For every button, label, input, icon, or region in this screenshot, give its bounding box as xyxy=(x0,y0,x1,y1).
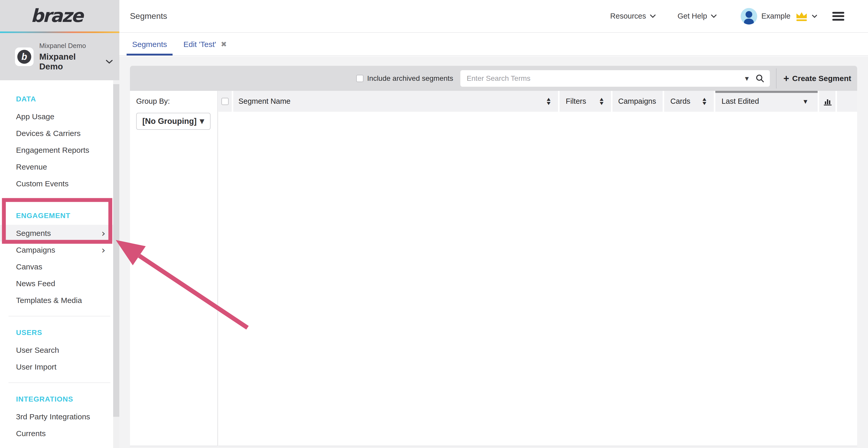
sidebar-item-label: Campaigns xyxy=(16,246,55,254)
sidebar-item-label: Revenue xyxy=(16,163,47,171)
workspace-selector[interactable]: b Mixpanel Demo Mixpanel Demo xyxy=(0,33,113,80)
chevron-right-icon: › xyxy=(101,245,105,255)
create-segment-label: Create Segment xyxy=(792,74,851,83)
sort-desc-icon[interactable]: ▼ xyxy=(803,99,807,104)
sidebar-section-integrations: INTEGRATIONS xyxy=(0,390,113,408)
sidebar-item-label: Canvas xyxy=(16,263,42,271)
column-segment-name[interactable]: Segment Name ▲▼ xyxy=(233,91,558,112)
workspace-text: Mixpanel Demo Mixpanel Demo xyxy=(39,42,113,71)
resources-menu[interactable]: Resources xyxy=(610,12,656,21)
braze-logo-area: braze xyxy=(0,0,113,32)
active-sort-indicator xyxy=(715,91,817,93)
nav-section-divider xyxy=(0,309,113,323)
sidebar-section-data: DATA xyxy=(0,90,113,108)
sidebar-nav: DATA App Usage Devices & Carriers Engage… xyxy=(0,80,113,448)
sidebar-item-devices-carriers[interactable]: Devices & Carriers xyxy=(0,125,113,142)
sidebar-item-label: App Usage xyxy=(16,112,54,121)
chevron-right-icon: › xyxy=(101,229,105,238)
sidebar-item-label: Templates & Media xyxy=(16,296,82,305)
hamburger-menu-icon[interactable] xyxy=(832,12,844,21)
column-label: Segment Name xyxy=(239,97,291,106)
select-all-checkbox[interactable] xyxy=(221,98,228,105)
bar-chart-icon xyxy=(822,96,833,107)
content-area: Include archived segments ▼ + Create Seg… xyxy=(119,57,868,448)
close-icon[interactable]: ✖ xyxy=(221,41,227,48)
sidebar-item-canvas[interactable]: Canvas xyxy=(0,258,113,275)
group-by-value: [No Grouping] xyxy=(142,117,196,126)
main-area: Segments Resources Get Help xyxy=(119,0,868,448)
search-icon[interactable] xyxy=(755,74,765,83)
top-bar-right: Resources Get Help xyxy=(610,8,868,25)
include-archived-checkbox[interactable] xyxy=(356,75,364,82)
nav-spacer xyxy=(0,192,113,207)
search-input[interactable] xyxy=(460,74,745,82)
sidebar-item-templates-media[interactable]: Templates & Media xyxy=(0,292,113,309)
sidebar-item-label: Custom Events xyxy=(16,179,68,188)
search-box: ▼ xyxy=(460,70,770,87)
tab-segments[interactable]: Segments xyxy=(127,33,173,56)
nav-section-divider xyxy=(0,375,113,390)
segments-toolbar: Include archived segments ▼ + Create Seg… xyxy=(130,66,857,91)
top-bar: Segments Resources Get Help xyxy=(119,0,868,33)
sidebar-item-segments[interactable]: Segments › xyxy=(0,225,113,242)
tab-edit-test[interactable]: Edit 'Test' ✖ xyxy=(178,33,232,56)
avatar xyxy=(741,8,757,25)
column-label: Campaigns xyxy=(618,97,656,106)
sidebar-item-user-search[interactable]: User Search xyxy=(0,342,113,358)
sidebar-item-currents[interactable]: Currents xyxy=(0,425,113,442)
sidebar-item-engagement-reports[interactable]: Engagement Reports xyxy=(0,142,113,159)
column-label: Last Edited xyxy=(721,97,759,106)
segments-table-header: Segment Name ▲▼ Filters ▲▼ Campaigns Car… xyxy=(218,91,857,112)
search-dropdown-icon[interactable]: ▼ xyxy=(745,76,749,81)
get-help-menu[interactable]: Get Help xyxy=(678,12,717,21)
column-filters[interactable]: Filters ▲▼ xyxy=(560,91,611,112)
chevron-down-icon xyxy=(650,14,656,18)
column-label: Filters xyxy=(566,97,586,106)
sort-icon[interactable]: ▲▼ xyxy=(600,98,603,105)
sort-icon[interactable]: ▲▼ xyxy=(547,98,551,105)
braze-logo: braze xyxy=(31,5,83,26)
table-header-empty-cell xyxy=(837,91,857,112)
tab-label: Segments xyxy=(132,40,167,49)
sidebar-item-label: 3rd Party Integrations xyxy=(16,412,90,421)
column-cards[interactable]: Cards ▲▼ xyxy=(664,91,714,112)
braze-dashboard: braze b Mixpanel Demo Mixpanel Demo DAT xyxy=(0,0,868,448)
sidebar-item-user-import[interactable]: User Import xyxy=(0,358,113,375)
sidebar-item-custom-events[interactable]: Custom Events xyxy=(0,175,113,192)
sidebar-item-label: Devices & Carriers xyxy=(16,129,81,138)
group-by-label: Group By: xyxy=(136,97,217,106)
chevron-down-icon: ▼ xyxy=(200,118,204,125)
sidebar-item-news-feed[interactable]: News Feed xyxy=(0,275,113,292)
chevron-down-icon xyxy=(812,14,817,18)
chevron-down-icon xyxy=(105,59,113,64)
sidebar-scrollbar-handle[interactable] xyxy=(113,84,119,417)
column-last-edited[interactable]: Last Edited ▼ xyxy=(715,91,817,112)
column-label: Cards xyxy=(671,97,690,106)
braze-b-icon: b xyxy=(17,50,31,64)
sidebar-item-revenue[interactable]: Revenue xyxy=(0,159,113,175)
sidebar-section-users: USERS xyxy=(0,323,113,342)
sidebar-item-label: User Search xyxy=(16,346,59,354)
column-analytics[interactable] xyxy=(819,91,835,112)
group-by-select[interactable]: [No Grouping] ▼ xyxy=(136,113,211,130)
get-help-label: Get Help xyxy=(678,12,707,21)
sidebar-section-engagement: ENGAGEMENT xyxy=(0,207,113,225)
toolbar-divider xyxy=(776,68,777,89)
sidebar-item-label: User Import xyxy=(16,363,57,371)
sidebar-item-app-usage[interactable]: App Usage xyxy=(0,108,113,125)
user-menu[interactable]: Example xyxy=(741,8,817,25)
chevron-down-icon xyxy=(711,14,717,18)
sidebar-item-label: Engagement Reports xyxy=(16,146,89,154)
plus-icon: + xyxy=(783,74,789,83)
sidebar-item-label: Segments xyxy=(16,229,51,238)
sidebar-item-label: News Feed xyxy=(16,279,55,288)
sort-icon[interactable]: ▲▼ xyxy=(703,98,706,105)
sidebar-item-campaigns[interactable]: Campaigns › xyxy=(0,242,113,258)
group-by-panel: Group By: [No Grouping] ▼ xyxy=(130,91,218,446)
sidebar-item-label: Currents xyxy=(16,429,46,438)
create-segment-button[interactable]: + Create Segment xyxy=(783,74,851,83)
sidebar-scrollbar-track[interactable] xyxy=(113,80,119,448)
sidebar-item-3rd-party-integrations[interactable]: 3rd Party Integrations xyxy=(0,408,113,425)
column-campaigns[interactable]: Campaigns xyxy=(613,91,663,112)
page-title: Segments xyxy=(130,11,167,21)
